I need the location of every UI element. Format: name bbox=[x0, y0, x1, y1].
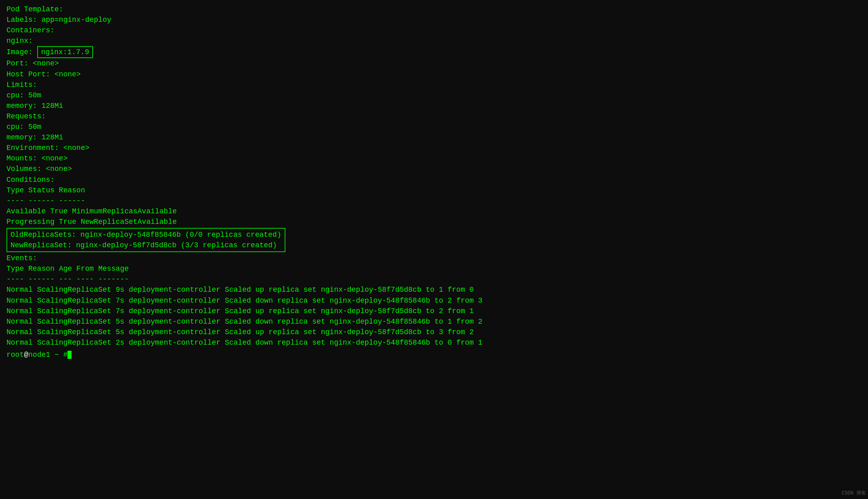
limits-line: Limits: bbox=[6, 81, 37, 89]
event-row-2: Normal ScalingReplicaSet 7s deployment-c… bbox=[6, 307, 474, 315]
new-replica-set-value: nginx-deploy-58f7d5d8cb (3/3 replicas cr… bbox=[76, 241, 277, 249]
event-message-2: Scaled up replica set nginx-deploy-58f7d… bbox=[225, 307, 474, 315]
prompt-at: @ bbox=[24, 351, 28, 359]
containers-line: Containers: bbox=[6, 26, 55, 34]
nginx-label: nginx: bbox=[6, 37, 33, 45]
prompt-line[interactable]: root@node1 ~ # bbox=[6, 350, 862, 360]
event-age-2: 7s bbox=[116, 307, 129, 315]
host-port-line: Host Port: <none> bbox=[6, 70, 81, 78]
memory-limit: memory: 128Mi bbox=[6, 102, 63, 110]
events-type-div: ---- bbox=[6, 275, 28, 283]
cpu-request: cpu: 50m bbox=[6, 123, 41, 131]
conditions-divider: ---- ------ ------ bbox=[6, 197, 85, 205]
events-age-header: Age bbox=[59, 265, 76, 273]
event-type-1: Normal bbox=[6, 297, 37, 305]
event-age-4: 5s bbox=[116, 328, 129, 336]
conditions-progressing: Progressing True NewReplicaSetAvailable bbox=[6, 218, 177, 226]
event-message-5: Scaled down replica set nginx-deploy-548… bbox=[225, 339, 482, 347]
event-message-1: Scaled down replica set nginx-deploy-548… bbox=[225, 297, 482, 305]
prompt-host: node1 bbox=[28, 351, 50, 359]
event-from-4: deployment-controller bbox=[129, 328, 225, 336]
old-replica-sets-label: OldReplicaSets: bbox=[11, 231, 76, 239]
pod-template-label: Pod Template: bbox=[6, 5, 63, 13]
events-from-header: From bbox=[76, 265, 98, 273]
labels-line: Labels: app=nginx-deploy bbox=[6, 16, 111, 24]
new-replica-set-label: NewReplicaSet: bbox=[11, 241, 76, 249]
event-type-5: Normal bbox=[6, 339, 37, 347]
event-row-4: Normal ScalingReplicaSet 5s deployment-c… bbox=[6, 328, 474, 336]
environment-line: Environment: <none> bbox=[6, 144, 89, 152]
prompt-symbol: # bbox=[59, 351, 68, 359]
event-age-0: 9s bbox=[116, 286, 129, 294]
events-from-div: ---- bbox=[76, 275, 98, 283]
conditions-label: Conditions: bbox=[6, 176, 55, 184]
events-header: Type Reason Age From Message bbox=[6, 265, 129, 273]
prompt-dir: ~ bbox=[55, 351, 59, 359]
prompt-cursor bbox=[68, 351, 72, 359]
event-age-1: 7s bbox=[116, 297, 129, 305]
event-age-5: 2s bbox=[116, 339, 129, 347]
replica-sets-box: OldReplicaSets: nginx-deploy-548f85846b … bbox=[6, 228, 285, 252]
event-type-3: Normal bbox=[6, 318, 37, 326]
event-reason-3: ScalingReplicaSet bbox=[37, 318, 116, 326]
events-section: Events: Type Reason Age From Message ---… bbox=[6, 253, 862, 348]
event-reason-2: ScalingReplicaSet bbox=[37, 307, 116, 315]
prompt-space bbox=[50, 351, 55, 359]
event-row-1: Normal ScalingReplicaSet 7s deployment-c… bbox=[6, 297, 482, 305]
event-row-3: Normal ScalingReplicaSet 5s deployment-c… bbox=[6, 318, 482, 326]
events-reason-header: Reason bbox=[28, 265, 59, 273]
events-type-header: Type bbox=[6, 265, 28, 273]
events-label: Events: bbox=[6, 254, 37, 262]
replica-sets-section: OldReplicaSets: nginx-deploy-548f85846b … bbox=[6, 227, 862, 253]
event-from-5: deployment-controller bbox=[129, 339, 225, 347]
events-message-div: ------- bbox=[98, 275, 129, 283]
events-reason-div: ------ bbox=[28, 275, 59, 283]
port-line: Port: <none> bbox=[6, 59, 59, 67]
event-type-2: Normal bbox=[6, 307, 37, 315]
event-type-0: Normal bbox=[6, 286, 37, 294]
conditions-available: Available True MinimumReplicasAvailable bbox=[6, 207, 177, 215]
image-value: nginx:1.7.9 bbox=[41, 48, 89, 56]
watermark: CSDN 博客 bbox=[842, 490, 866, 497]
event-age-3: 5s bbox=[116, 318, 129, 326]
volumes-line: Volumes: <none> bbox=[6, 165, 72, 173]
event-row-0: Normal ScalingReplicaSet 9s deployment-c… bbox=[6, 286, 474, 294]
image-label: Image: bbox=[6, 48, 37, 56]
event-message-4: Scaled up replica set nginx-deploy-58f7d… bbox=[225, 328, 474, 336]
event-from-2: deployment-controller bbox=[129, 307, 225, 315]
requests-line: Requests: bbox=[6, 112, 46, 120]
terminal-window: Pod Template: Labels: app=nginx-deploy C… bbox=[6, 4, 862, 360]
event-reason-1: ScalingReplicaSet bbox=[37, 297, 116, 305]
event-from-0: deployment-controller bbox=[129, 286, 225, 294]
event-message-0: Scaled up replica set nginx-deploy-58f7d… bbox=[225, 286, 474, 294]
event-type-4: Normal bbox=[6, 328, 37, 336]
event-from-1: deployment-controller bbox=[129, 297, 225, 305]
event-reason-4: ScalingReplicaSet bbox=[37, 328, 116, 336]
event-reason-5: ScalingReplicaSet bbox=[37, 339, 116, 347]
image-value-box: nginx:1.7.9 bbox=[37, 46, 93, 58]
cpu-limit: cpu: 50m bbox=[6, 91, 41, 99]
event-from-3: deployment-controller bbox=[129, 318, 225, 326]
pod-template-section: Pod Template: Labels: app=nginx-deploy C… bbox=[6, 4, 862, 175]
event-message-3: Scaled down replica set nginx-deploy-548… bbox=[225, 318, 482, 326]
event-row-5: Normal ScalingReplicaSet 2s deployment-c… bbox=[6, 339, 482, 347]
prompt-user: root bbox=[6, 351, 24, 359]
event-reason-0: ScalingReplicaSet bbox=[37, 286, 116, 294]
events-message-header: Message bbox=[98, 265, 129, 273]
events-divider: ---- ------ --- ---- ------- bbox=[6, 275, 129, 283]
mounts-line: Mounts: <none> bbox=[6, 154, 68, 162]
memory-request: memory: 128Mi bbox=[6, 133, 63, 141]
old-replica-sets-value: nginx-deploy-548f85846b (0/0 replicas cr… bbox=[80, 231, 281, 239]
events-age-div: --- bbox=[59, 275, 76, 283]
conditions-header: Type Status Reason bbox=[6, 186, 85, 194]
conditions-section: Conditions: Type Status Reason ---- ----… bbox=[6, 175, 862, 227]
